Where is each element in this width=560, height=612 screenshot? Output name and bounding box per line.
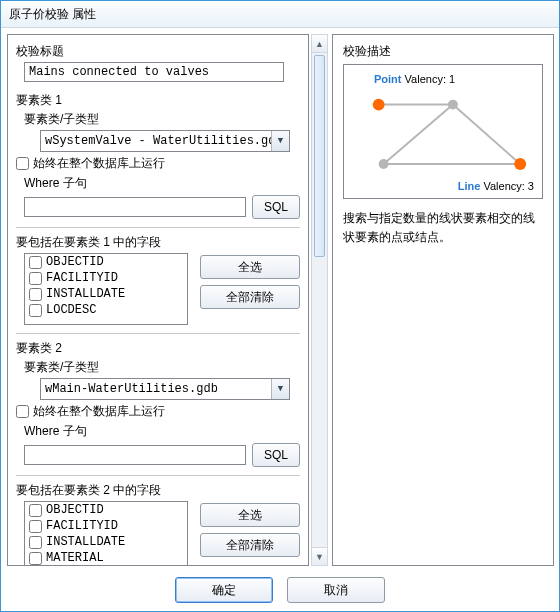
fc1-sql-button[interactable]: SQL — [252, 195, 300, 219]
dialog-window: 原子价校验 属性 校验标题 要素类 1 要素类/子类型 wSystemValve… — [0, 0, 560, 612]
fc1-alwaysrun-row: 始终在整个数据库上运行 — [16, 155, 300, 172]
fc2-combo[interactable]: wMain-WaterUtilities.gdb ▼ — [40, 378, 290, 400]
list-item: OBJECTID — [25, 254, 187, 270]
fc2-alwaysrun-checkbox[interactable] — [16, 405, 29, 418]
fc2-where-input[interactable] — [24, 445, 246, 465]
fc1-fields-header: 要包括在要素类 1 中的字段 — [16, 234, 300, 251]
line-valency: Valency: 3 — [483, 180, 534, 192]
client-area: 校验标题 要素类 1 要素类/子类型 wSystemValve - WaterU… — [1, 28, 559, 611]
field-checkbox[interactable] — [29, 288, 42, 301]
list-item: FACILITYID — [25, 270, 187, 286]
dialog-footer: 确定 取消 — [1, 577, 559, 603]
fc2-selectall-button[interactable]: 全选 — [200, 503, 300, 527]
field-checkbox[interactable] — [29, 272, 42, 285]
fc2-clearall-button[interactable]: 全部清除 — [200, 533, 300, 557]
fc2-combo-text: wMain-WaterUtilities.gdb — [41, 379, 271, 399]
scroll-track[interactable] — [312, 53, 327, 547]
svg-line-1 — [453, 105, 520, 164]
svg-point-4 — [448, 100, 458, 110]
svg-point-5 — [379, 159, 389, 169]
fc1-fields-list[interactable]: OBJECTID FACILITYID INSTALLDATE LOCDESC — [24, 253, 188, 325]
scroll-up-icon[interactable]: ▲ — [312, 35, 327, 53]
fc2-sql-button[interactable]: SQL — [252, 443, 300, 467]
fc2-alwaysrun-label: 始终在整个数据库上运行 — [33, 403, 165, 420]
fc2-fields-list[interactable]: OBJECTID FACILITYID INSTALLDATE MATERIAL — [24, 501, 188, 566]
list-item: LOCDESC — [25, 302, 187, 318]
point-valency: Valency: 1 — [405, 73, 456, 85]
fc2-subtype-label: 要素类/子类型 — [24, 359, 300, 376]
svg-point-7 — [514, 158, 526, 170]
fc1-where-input[interactable] — [24, 197, 246, 217]
line-label: Line — [458, 180, 481, 192]
field-checkbox[interactable] — [29, 536, 42, 549]
field-checkbox[interactable] — [29, 504, 42, 517]
scroll-thumb[interactable] — [314, 55, 325, 257]
right-panel: 校验描述 Point Valency: 1 — [332, 34, 554, 566]
fc1-combo[interactable]: wSystemValve - WaterUtilities.gdb ▼ — [40, 130, 290, 152]
list-item: INSTALLDATE — [25, 286, 187, 302]
fc2-alwaysrun-row: 始终在整个数据库上运行 — [16, 403, 300, 420]
field-checkbox[interactable] — [29, 552, 42, 565]
field-checkbox[interactable] — [29, 520, 42, 533]
fc2-fields-header: 要包括在要素类 2 中的字段 — [16, 482, 300, 499]
check-title-label: 校验标题 — [16, 43, 300, 60]
chevron-down-icon[interactable]: ▼ — [271, 379, 289, 399]
valency-diagram: Point Valency: 1 Line Valency: 3 — [343, 64, 543, 199]
fc1-selectall-button[interactable]: 全选 — [200, 255, 300, 279]
fc1-combo-text: wSystemValve - WaterUtilities.gdb — [41, 131, 271, 151]
description-text: 搜索与指定数量的线状要素相交的线状要素的点或结点。 — [343, 209, 543, 247]
fc2-where-label: Where 子句 — [24, 423, 300, 440]
list-item: INSTALLDATE — [25, 534, 187, 550]
ok-button[interactable]: 确定 — [175, 577, 273, 603]
point-label: Point — [374, 73, 402, 85]
fc1-alwaysrun-label: 始终在整个数据库上运行 — [33, 155, 165, 172]
list-item: FACILITYID — [25, 518, 187, 534]
check-title-input[interactable] — [24, 62, 284, 82]
fc1-where-label: Where 子句 — [24, 175, 300, 192]
fc1-header: 要素类 1 — [16, 92, 300, 109]
fc1-clearall-button[interactable]: 全部清除 — [200, 285, 300, 309]
fc1-alwaysrun-checkbox[interactable] — [16, 157, 29, 170]
chevron-down-icon[interactable]: ▼ — [271, 131, 289, 151]
fc1-subtype-label: 要素类/子类型 — [24, 111, 300, 128]
svg-line-2 — [384, 105, 453, 164]
dialog-title: 原子价校验 属性 — [1, 1, 559, 28]
list-item: MATERIAL — [25, 550, 187, 566]
scroll-down-icon[interactable]: ▼ — [312, 547, 327, 565]
svg-point-6 — [373, 99, 385, 111]
field-checkbox[interactable] — [29, 304, 42, 317]
field-checkbox[interactable] — [29, 256, 42, 269]
fc2-header: 要素类 2 — [16, 340, 300, 357]
description-heading: 校验描述 — [343, 43, 543, 60]
cancel-button[interactable]: 取消 — [287, 577, 385, 603]
left-panel: 校验标题 要素类 1 要素类/子类型 wSystemValve - WaterU… — [7, 34, 309, 566]
left-scrollbar[interactable]: ▲ ▼ — [311, 34, 328, 566]
list-item: OBJECTID — [25, 502, 187, 518]
